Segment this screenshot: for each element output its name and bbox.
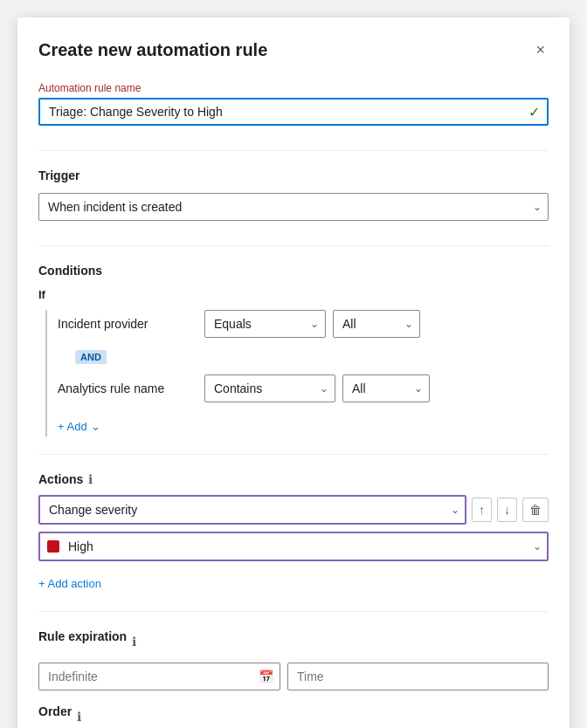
check-icon: ✓ <box>528 104 540 120</box>
expiry-date-wrapper: 📅 <box>38 663 280 690</box>
rule-name-input[interactable] <box>38 98 549 126</box>
conditions-section: Conditions If Incident provider Equals D… <box>38 264 549 436</box>
conditions-container: Incident provider Equals Does not equal … <box>45 310 549 436</box>
condition-operator-1[interactable]: Equals Does not equal Contains <box>204 310 326 338</box>
severity-value-select[interactable]: High Medium Low Informational <box>38 532 549 561</box>
dialog-header: Create new automation rule × <box>38 38 549 61</box>
if-label: If <box>38 288 549 301</box>
action-move-down-button[interactable]: ↓ <box>497 498 517 522</box>
create-automation-dialog: Create new automation rule × Automation … <box>17 17 570 728</box>
add-condition-wrapper: + Add ⌄ <box>58 411 549 436</box>
order-title-row: Order ℹ <box>38 704 549 728</box>
divider-2 <box>38 245 549 246</box>
divider-4 <box>38 611 549 612</box>
move-up-icon: ↑ <box>479 503 485 517</box>
and-badge: AND <box>75 350 107 364</box>
severity-color-indicator <box>47 540 59 553</box>
condition-field-2: Analytics rule name <box>58 381 197 395</box>
move-down-icon: ↓ <box>504 503 510 517</box>
close-button[interactable]: × <box>532 38 549 61</box>
rule-name-label: Automation rule name <box>38 82 549 94</box>
rule-expiration-info-icon: ℹ <box>132 635 136 649</box>
condition-value-1-wrapper: All None ⌄ <box>333 310 420 338</box>
rule-name-section: Automation rule name ✓ <box>38 82 549 126</box>
add-condition-chevron-icon: ⌄ <box>91 420 100 433</box>
order-title: Order <box>38 704 72 718</box>
condition-operator-2-wrapper: Contains Equals Does not contain ⌄ <box>204 374 335 402</box>
trigger-select-wrapper: When incident is created When incident i… <box>38 193 549 221</box>
add-condition-button[interactable]: + Add ⌄ <box>58 416 100 436</box>
condition-operator-1-wrapper: Equals Does not equal Contains ⌄ <box>204 310 326 338</box>
condition-field-1: Incident provider <box>58 317 197 331</box>
expiry-time-input[interactable] <box>287 663 549 690</box>
rule-expiration-inputs: 📅 <box>38 663 549 690</box>
rule-name-input-wrapper: ✓ <box>38 98 549 126</box>
condition-row-1: Incident provider Equals Does not equal … <box>58 310 549 338</box>
condition-value-1[interactable]: All None <box>333 310 420 338</box>
order-section: Order ℹ <box>38 704 549 728</box>
severity-select-wrapper: High Medium Low Informational ⌄ <box>38 532 549 561</box>
action-type-select[interactable]: Change severity Assign owner Change stat… <box>38 495 466 525</box>
action-delete-button[interactable]: 🗑 <box>522 498 549 522</box>
condition-value-2[interactable]: All None <box>342 374 430 402</box>
expiry-date-input[interactable] <box>38 663 280 690</box>
order-info-icon: ℹ <box>77 710 81 724</box>
condition-value-2-wrapper: All None ⌄ <box>342 374 430 402</box>
condition-row-2: Analytics rule name Contains Equals Does… <box>58 374 549 402</box>
add-action-label: + Add action <box>38 577 101 590</box>
delete-icon: 🗑 <box>529 503 542 517</box>
dialog-title: Create new automation rule <box>38 40 267 60</box>
divider-3 <box>38 454 549 455</box>
trigger-select[interactable]: When incident is created When incident i… <box>38 193 549 221</box>
rule-expiration-title-row: Rule expiration ℹ <box>38 629 549 654</box>
condition-operator-2[interactable]: Contains Equals Does not contain <box>204 374 335 402</box>
divider-1 <box>38 150 549 151</box>
severity-value-row: High Medium Low Informational ⌄ <box>38 532 549 561</box>
actions-title: Actions <box>38 472 83 486</box>
actions-title-row: Actions ℹ <box>38 472 549 486</box>
action-type-row: Change severity Assign owner Change stat… <box>38 495 549 525</box>
rule-expiration-title: Rule expiration <box>38 629 127 643</box>
condition-selects-2: Contains Equals Does not contain ⌄ All N… <box>204 374 549 402</box>
add-condition-label: + Add <box>58 420 87 433</box>
rule-expiration-section: Rule expiration ℹ 📅 <box>38 629 549 704</box>
trigger-label: Trigger <box>38 168 549 182</box>
actions-info-icon: ℹ <box>88 472 93 486</box>
trigger-section: Trigger When incident is created When in… <box>38 168 549 221</box>
add-action-button[interactable]: + Add action <box>38 573 101 594</box>
action-type-select-wrapper: Change severity Assign owner Change stat… <box>38 495 466 525</box>
condition-selects-1: Equals Does not equal Contains ⌄ All Non… <box>204 310 549 338</box>
actions-section: Actions ℹ Change severity Assign owner C… <box>38 472 549 594</box>
conditions-title: Conditions <box>38 264 549 278</box>
action-move-up-button[interactable]: ↑ <box>472 498 492 522</box>
